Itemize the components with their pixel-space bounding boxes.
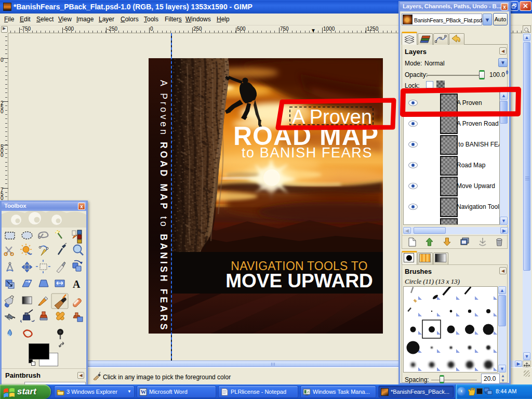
svg-text:to BANISH FEARS: to BANISH FEARS — [242, 145, 373, 161]
svg-text:MOVE UPWARD: MOVE UPWARD — [225, 270, 373, 291]
svg-text:W: W — [141, 389, 147, 395]
svg-text:A: A — [73, 278, 81, 290]
svg-text:A Proven ROAD MAP to BANISH FE: A Proven ROAD MAP to BANISH FEARS — [158, 80, 169, 332]
